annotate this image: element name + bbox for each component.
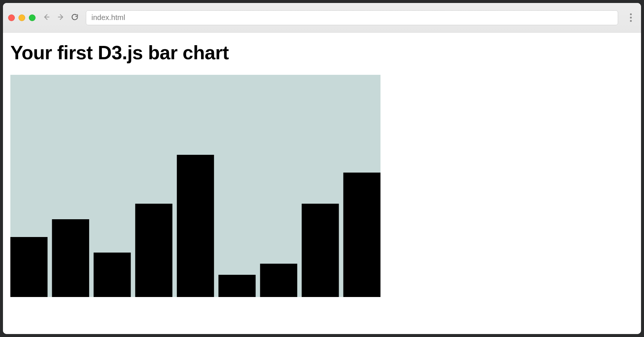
back-button[interactable] [41, 13, 52, 23]
kebab-dot-icon [630, 17, 632, 19]
chart-bar [343, 173, 380, 297]
address-bar[interactable]: index.html [86, 10, 618, 25]
window-traffic-lights [8, 14, 36, 21]
chart-bar [52, 219, 89, 297]
chart-bar [94, 253, 131, 297]
forward-button[interactable] [56, 13, 66, 23]
reload-icon [71, 13, 79, 22]
kebab-dot-icon [630, 13, 632, 15]
reload-button[interactable] [70, 13, 80, 23]
bar-chart [10, 75, 380, 297]
close-window-button[interactable] [8, 14, 15, 21]
kebab-dot-icon [630, 20, 632, 22]
arrow-left-icon [43, 13, 51, 22]
chart-bar [302, 204, 339, 297]
chart-bar [135, 204, 172, 297]
browser-window: index.html Your first D3.js bar chart [3, 3, 641, 334]
browser-chrome: index.html [3, 3, 641, 33]
browser-menu-button[interactable] [625, 10, 636, 25]
maximize-window-button[interactable] [29, 14, 36, 21]
chart-bar [260, 264, 297, 297]
page-title: Your first D3.js bar chart [10, 41, 634, 64]
page-viewport: Your first D3.js bar chart [3, 33, 641, 334]
address-bar-text: index.html [91, 13, 125, 22]
arrow-right-icon [57, 13, 65, 22]
chart-bar [10, 237, 47, 297]
chart-bar [218, 275, 255, 297]
minimize-window-button[interactable] [19, 14, 25, 21]
chart-bar [177, 155, 214, 297]
